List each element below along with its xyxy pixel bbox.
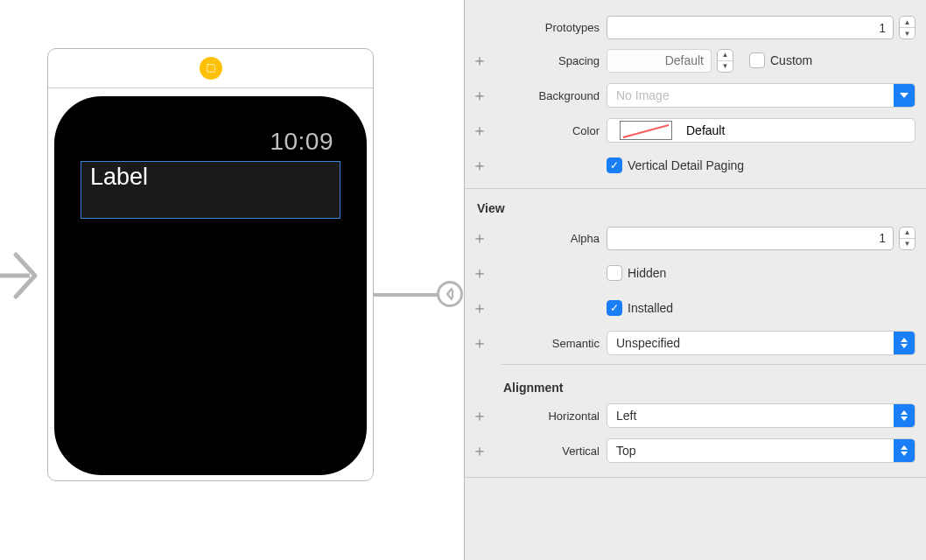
prototypes-label: Prototypes — [495, 21, 607, 34]
horizontal-select[interactable]: Left — [607, 403, 915, 428]
dropdown-updown-icon — [894, 404, 915, 427]
stepper-down-icon[interactable]: ▼ — [900, 239, 915, 249]
add-attribute-button[interactable]: ＋ — [465, 332, 495, 354]
section-divider — [465, 477, 926, 478]
row-hidden: ＋ Hidden — [465, 256, 926, 290]
row-spacing: ＋ Spacing ▲ ▼ Custom — [465, 43, 926, 78]
segue-arrow-in — [0, 241, 46, 313]
segue-line-out — [373, 293, 443, 297]
vertical-value: Top — [607, 444, 894, 458]
stepper-up-icon[interactable]: ▲ — [900, 228, 915, 239]
add-attribute-button[interactable]: ＋ — [465, 228, 495, 248]
subsection-divider — [502, 364, 926, 365]
stepper-down-icon[interactable]: ▼ — [900, 28, 915, 38]
dropdown-updown-icon — [908, 125, 915, 136]
semantic-value: Unspecified — [607, 336, 894, 350]
row-color: ＋ Color Default — [465, 113, 926, 148]
stepper-up-icon[interactable]: ▲ — [718, 50, 733, 61]
background-select[interactable]: No Image — [607, 83, 915, 108]
custom-spacing-checkbox[interactable] — [749, 52, 765, 68]
watch-screen[interactable]: 10:09 Label — [54, 96, 367, 475]
dropdown-updown-icon — [894, 332, 915, 354]
prototypes-input[interactable] — [607, 16, 894, 39]
row-horizontal: ＋ Horizontal Left — [465, 398, 926, 433]
stepper-down-icon[interactable]: ▼ — [718, 61, 733, 72]
hidden-checkbox[interactable] — [607, 265, 622, 281]
alpha-stepper[interactable]: ▲ ▼ — [899, 227, 915, 250]
background-value: No Image — [607, 88, 894, 102]
add-attribute-button[interactable]: ＋ — [465, 155, 495, 176]
row-alpha: ＋ Alpha ▲ ▼ — [465, 220, 926, 256]
add-attribute-button[interactable]: ＋ — [465, 262, 495, 284]
add-attribute-button[interactable]: ＋ — [465, 440, 495, 461]
row-prototypes: Prototypes ▲ ▼ — [465, 0, 926, 43]
vertical-select[interactable]: Top — [607, 438, 915, 463]
spacing-input[interactable] — [607, 49, 712, 73]
alpha-input[interactable] — [607, 227, 894, 250]
row-background: ＋ Background No Image — [465, 78, 926, 113]
dropdown-updown-icon — [894, 439, 915, 462]
row-vertical: ＋ Vertical Top — [465, 433, 926, 468]
view-section-title: View — [465, 189, 926, 220]
alpha-label: Alpha — [495, 232, 607, 245]
row-installed: ＋ ✓ Installed — [465, 290, 926, 326]
add-attribute-button[interactable]: ＋ — [465, 405, 495, 426]
alignment-section-title: Alignment — [465, 368, 926, 398]
installed-label: Installed — [628, 301, 673, 315]
add-attribute-button[interactable]: ＋ — [465, 50, 495, 71]
semantic-label: Semantic — [495, 337, 607, 350]
prototypes-stepper[interactable]: ▲ ▼ — [899, 16, 915, 39]
row-vertical-paging: ＋ ✓ Vertical Detail Paging — [465, 148, 926, 183]
scene-titlebar[interactable] — [48, 49, 373, 88]
storyboard-canvas[interactable]: 10:09 Label — [0, 0, 464, 560]
color-swatch-none-icon — [620, 121, 672, 140]
hidden-label: Hidden — [628, 266, 666, 280]
dropdown-arrow-icon — [894, 84, 915, 107]
spacing-stepper[interactable]: ▲ ▼ — [717, 49, 733, 73]
color-select[interactable]: Default — [607, 118, 915, 143]
add-attribute-button[interactable]: ＋ — [465, 298, 495, 318]
spacing-label: Spacing — [495, 54, 607, 67]
background-label: Background — [495, 89, 607, 102]
add-attribute-button[interactable]: ＋ — [465, 120, 495, 141]
color-label: Color — [495, 124, 607, 137]
label-element-selected[interactable]: Label — [81, 161, 340, 219]
attributes-inspector: Prototypes ▲ ▼ ＋ Spacing ▲ ▼ Custom ＋ Ba… — [464, 0, 926, 560]
vertical-paging-checkbox[interactable]: ✓ — [607, 158, 622, 173]
interface-controller-icon — [200, 57, 222, 80]
horizontal-value: Left — [607, 409, 894, 423]
semantic-select[interactable]: Unspecified — [607, 331, 915, 355]
horizontal-label: Horizontal — [495, 410, 607, 423]
svg-rect-0 — [207, 65, 214, 73]
vertical-paging-label: Vertical Detail Paging — [628, 158, 744, 172]
watch-interface-scene[interactable]: 10:09 Label — [47, 48, 374, 481]
stepper-up-icon[interactable]: ▲ — [900, 17, 915, 28]
color-value: Default — [681, 123, 908, 137]
status-time: 10:09 — [81, 122, 340, 156]
segue-exit-icon — [437, 281, 463, 307]
vertical-label: Vertical — [495, 444, 607, 458]
installed-checkbox[interactable]: ✓ — [607, 300, 622, 316]
add-attribute-button[interactable]: ＋ — [465, 85, 495, 106]
row-semantic: ＋ Semantic Unspecified — [465, 326, 926, 360]
custom-spacing-label: Custom — [770, 53, 812, 67]
